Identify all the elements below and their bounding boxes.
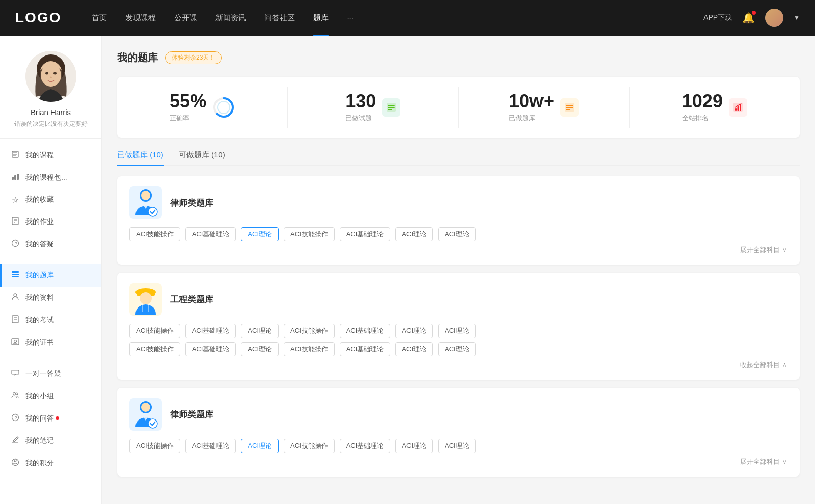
page-header: 我的题库 体验剩余23天！: [117, 51, 800, 65]
sidebar-divider-1: [0, 260, 101, 260]
nav-home[interactable]: 首页: [92, 13, 107, 23]
my-course-label: 我的课程: [25, 151, 54, 160]
one-on-one-icon: [10, 369, 20, 379]
tag-2a-2[interactable]: ACI理论: [241, 324, 279, 338]
tag-2a-5[interactable]: ACI理论: [395, 324, 433, 338]
sidebar-item-my-exam[interactable]: 我的考试: [0, 309, 101, 331]
lawyer-person-svg-2: [131, 399, 160, 430]
my-bank-label: 我的题库: [25, 271, 54, 280]
stats-row: 55% 正确率 130: [117, 77, 800, 138]
sidebar-item-my-data[interactable]: 我的资料: [0, 287, 101, 309]
logo[interactable]: LOGO: [15, 10, 61, 26]
my-bank-icon: [10, 270, 20, 281]
my-course-icon: [10, 150, 20, 160]
tag-2a-1[interactable]: ACI基础理论: [185, 324, 236, 338]
avatar[interactable]: [765, 9, 783, 27]
my-qa-label: 我的答疑: [25, 240, 54, 249]
tag-2b-6[interactable]: ACI理论: [438, 342, 476, 356]
tag-2a-6[interactable]: ACI理论: [438, 324, 476, 338]
tag-3-0[interactable]: ACI技能操作: [129, 439, 180, 453]
tag-1-5[interactable]: ACI理论: [395, 227, 433, 241]
nav-qa[interactable]: 问答社区: [264, 13, 295, 23]
profile-avatar[interactable]: [25, 51, 76, 102]
stat-label-banks: 已做题库: [509, 114, 554, 123]
tag-1-2[interactable]: ACI理论: [241, 227, 279, 241]
tag-2b-3[interactable]: ACI技能操作: [284, 342, 335, 356]
collapse-link-2[interactable]: 收起全部科目 ∧: [129, 360, 787, 370]
stat-value-group-3: 10w+ 已做题库: [509, 92, 579, 123]
tag-2a-0[interactable]: ACI技能操作: [129, 324, 180, 338]
stat-number-correct: 55%: [170, 92, 206, 110]
svg-rect-49: [735, 108, 737, 111]
tag-1-6[interactable]: ACI理论: [438, 227, 476, 241]
notification-bell[interactable]: 🔔: [742, 12, 755, 24]
stat-icon-circle: [212, 96, 235, 119]
svg-point-28: [14, 340, 17, 342]
tag-3-3[interactable]: ACI技能操作: [284, 439, 335, 453]
stat-value-group: 55% 正确率: [170, 92, 235, 123]
tag-3-2[interactable]: ACI理论: [241, 439, 279, 453]
sidebar-item-my-points[interactable]: 我的积分: [0, 452, 101, 474]
sidebar-item-one-on-one[interactable]: 一对一答疑: [0, 362, 101, 385]
bank-card-engineer-1: 工程类题库 ACI技能操作 ACI基础理论 ACI理论 ACI技能操作 ACI基…: [117, 273, 800, 380]
expand-link-3[interactable]: 展开全部科目 ∨: [129, 457, 787, 466]
svg-rect-11: [12, 177, 14, 180]
svg-point-23: [14, 294, 17, 297]
main-content: 我的题库 体验剩余23天！ 55% 正确率: [102, 36, 815, 504]
tag-2b-4[interactable]: ACI基础理论: [340, 342, 391, 356]
svg-text:?: ?: [15, 241, 17, 246]
sidebar-item-my-course[interactable]: 我的课程: [0, 144, 101, 166]
tab-done-banks[interactable]: 已做题库 (10): [117, 150, 164, 165]
app-download-link[interactable]: APP下载: [703, 13, 732, 22]
list-icon: [386, 102, 397, 113]
tags-row-2b: ACI技能操作 ACI基础理论 ACI理论 ACI技能操作 ACI基础理论 AC…: [129, 342, 787, 356]
tag-2b-0[interactable]: ACI技能操作: [129, 342, 180, 356]
my-exam-icon: [10, 315, 20, 325]
tag-2b-5[interactable]: ACI理论: [395, 342, 433, 356]
sidebar-item-my-cert[interactable]: 我的证书: [0, 331, 101, 354]
page-title: 我的题库: [117, 51, 158, 65]
circle-progress-svg: [212, 96, 235, 119]
user-dropdown-arrow[interactable]: ▼: [794, 14, 800, 21]
tag-2a-4[interactable]: ACI基础理论: [340, 324, 391, 338]
stat-icon-red-chart: [729, 98, 747, 117]
tag-2a-3[interactable]: ACI技能操作: [284, 324, 335, 338]
tag-3-4[interactable]: ACI基础理论: [340, 439, 391, 453]
tag-1-1[interactable]: ACI基础理论: [185, 227, 236, 241]
tag-3-5[interactable]: ACI理论: [395, 439, 433, 453]
nav-more[interactable]: ···: [347, 14, 354, 22]
nav-news[interactable]: 新闻资讯: [215, 13, 246, 23]
tab-available-banks[interactable]: 可做题库 (10): [179, 150, 225, 165]
svg-point-36: [14, 460, 16, 462]
svg-point-61: [141, 403, 150, 412]
tag-1-4[interactable]: ACI基础理论: [340, 227, 391, 241]
sidebar-item-my-bank[interactable]: 我的题库: [0, 264, 101, 287]
my-package-label: 我的课程包...: [25, 173, 67, 182]
stat-done-questions: 130 已做试题: [288, 87, 458, 128]
stat-label-rank: 全站排名: [682, 114, 723, 123]
expand-link-1[interactable]: 展开全部科目 ∨: [129, 245, 787, 255]
tag-1-3[interactable]: ACI技能操作: [284, 227, 335, 241]
svg-point-54: [148, 207, 157, 216]
lawyer-icon-1: [129, 186, 162, 219]
tag-2b-2[interactable]: ACI理论: [241, 342, 279, 356]
tag-3-6[interactable]: ACI理论: [438, 439, 476, 453]
nav-discover[interactable]: 发现课程: [125, 13, 156, 23]
sidebar-item-my-notes[interactable]: 我的笔记: [0, 430, 101, 452]
profile-motto: 错误的决定比没有决定要好: [14, 120, 88, 128]
stat-text: 55% 正确率: [170, 92, 206, 123]
sidebar-item-my-qa[interactable]: ? 我的答疑: [0, 233, 101, 256]
my-homework-icon: [10, 217, 20, 227]
sidebar-item-my-group[interactable]: 我的小组: [0, 385, 101, 407]
sidebar-item-my-collect[interactable]: ☆ 我的收藏: [0, 189, 101, 211]
sidebar-item-my-homework[interactable]: 我的作业: [0, 211, 101, 233]
tag-2b-1[interactable]: ACI基础理论: [185, 342, 236, 356]
tags-row-3: ACI技能操作 ACI基础理论 ACI理论 ACI技能操作 ACI基础理论 AC…: [129, 439, 787, 453]
tag-1-0[interactable]: ACI技能操作: [129, 227, 180, 241]
sidebar-item-my-questions[interactable]: ? 我的问答: [0, 407, 101, 430]
nav-bank[interactable]: 题库: [313, 13, 329, 23]
navbar: LOGO 首页 发现课程 公开课 新闻资讯 问答社区 题库 ··· APP下载 …: [0, 0, 815, 36]
sidebar-item-my-package[interactable]: 我的课程包...: [0, 166, 101, 189]
nav-open-course[interactable]: 公开课: [174, 13, 197, 23]
tag-3-1[interactable]: ACI基础理论: [185, 439, 236, 453]
